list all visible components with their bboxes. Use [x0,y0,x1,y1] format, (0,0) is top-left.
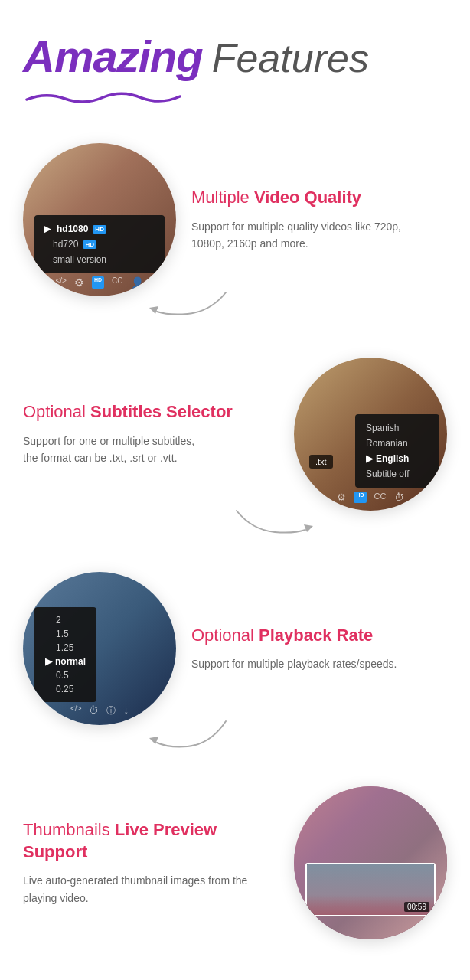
feature2-text: Optional Subtitles Selector Support for … [23,401,294,466]
feature4-title-normal: Thumbnails [23,820,115,839]
header-title: Amazing Features [23,31,447,82]
sub-item-english: ▶ English [366,451,429,466]
download-icon: ↓ [123,704,129,717]
subtitles-circle: .txt Spanish Romanian ▶ English Subtitle… [294,358,447,511]
feature3-title-normal: Optional [191,626,259,645]
pb-item-2: 2 [45,613,86,627]
arrow3 [142,714,233,752]
sub-item-spanish: Spanish [366,420,429,436]
pb-item-1-25: 1.25 [45,641,86,655]
feature4-desc: Live auto-generated thumbnail images fro… [23,872,275,906]
pb-item-0-25: 0.25 [45,682,86,696]
feature3-text: Optional Playback Rate Support for multi… [176,625,447,673]
feature-playback-rate: 2 1.5 1.25 ▶ normal 0.5 0.25 </> ⏱ ⓘ ↓ O… [23,572,447,725]
feature1-title-bold: Video Quality [254,188,361,207]
playback-circle: 2 1.5 1.25 ▶ normal 0.5 0.25 </> ⏱ ⓘ ↓ [23,572,176,725]
feature2-desc: Support for one or multiple subtitles, t… [23,433,275,467]
sub-item-off: Subtitle off [366,466,429,482]
svg-marker-0 [149,306,158,314]
pb-item-1-5: 1.5 [45,627,86,641]
pb-item-normal: ▶ normal [45,655,86,668]
sub-item-romanian: Romanian [366,436,429,451]
preview-box: 00:59 [305,863,436,916]
feature-thumbnails: Thumbnails Live Preview Support Live aut… [23,786,447,939]
header-section: Amazing Features [23,31,447,105]
cc-icon: CC [112,276,122,289]
feature2-title: Optional Subtitles Selector [23,401,275,423]
clock-icon: ⏱ [89,704,99,717]
gear-icon: ⚙ [74,276,84,289]
feature-video-quality: ▶ hd1080 HD hd720 HD small version </> ⚙… [23,143,447,296]
vq-item-small: small version [44,252,155,267]
feature3-title-bold: Playback Rate [259,626,373,645]
feature1-text: Multiple Video Quality Support for multi… [176,187,447,252]
gear-icon: ⚙ [337,492,346,503]
feature1-title-normal: Multiple [191,188,254,207]
cc-icon: CC [374,492,387,503]
feature-subtitles: Optional Subtitles Selector Support for … [23,358,447,511]
pb-item-0-5: 0.5 [45,668,86,682]
hd-badge: HD [92,276,104,289]
page-wrapper: Amazing Features ▶ hd1080 HD hd720 HD [0,0,470,980]
info-icon: ⓘ [106,704,116,717]
pb-dropdown: 2 1.5 1.25 ▶ normal 0.5 0.25 [34,607,96,702]
sub-controls: ⚙ HD CC ⏱ [294,492,447,503]
feature2-title-normal: Optional [23,402,90,421]
time-badge: 00:59 [404,902,429,912]
code-icon: </> [55,276,66,289]
feature1-desc: Support for multiple quality videos like… [191,218,432,253]
svg-marker-1 [304,524,313,532]
feature3-title: Optional Playback Rate [191,625,432,647]
header-features: Features [212,35,369,81]
vq-item-hd1080: ▶ hd1080 HD [44,221,155,237]
arrow2 [229,503,321,537]
hd-badge: HD [354,492,366,503]
sub-dropdown: Spanish Romanian ▶ English Subtitle off [355,414,439,488]
code-icon: </> [70,704,81,717]
feature3-desc: Support for multiple playback rates/spee… [191,655,432,672]
thumbnails-circle: 00:59 [294,786,447,939]
feature4-text: Thumbnails Live Preview Support Live aut… [23,819,294,906]
vq-item-hd720: hd720 HD [44,237,155,252]
video-quality-circle: ▶ hd1080 HD hd720 HD small version </> ⚙… [23,143,176,296]
vq-dropdown: ▶ hd1080 HD hd720 HD small version [34,215,165,273]
feature4-title: Thumbnails Live Preview Support [23,819,275,863]
header-underline [23,88,191,105]
feature2-title-bold: Subtitles Selector [90,402,233,421]
header-amazing: Amazing [23,31,203,82]
feature1-title: Multiple Video Quality [191,187,432,209]
arrow1 [142,285,233,319]
txt-label: .txt [309,455,333,469]
clock-icon: ⏱ [394,492,404,503]
